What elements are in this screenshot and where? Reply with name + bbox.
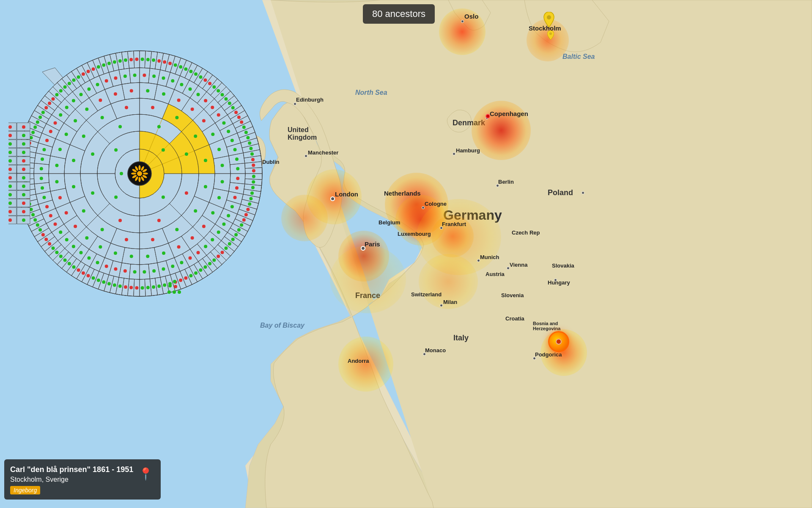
info-location: Stockholm, Sverige	[10, 476, 133, 483]
svg-point-3	[547, 15, 551, 19]
paris-dot	[361, 246, 365, 251]
info-tag: Ingeborg	[10, 486, 40, 494]
ancestors-tooltip: 80 ancestors	[363, 4, 435, 24]
info-name: Carl "den blå prinsen" 1861 - 1951	[10, 465, 133, 474]
ancestors-count: 80 ancestors	[372, 8, 425, 19]
pedigree-fan-chart[interactable]	[8, 23, 266, 294]
london-dot	[330, 196, 335, 201]
location-pin-icon: 📍	[138, 467, 153, 481]
stockholm-pin-2	[547, 30, 554, 41]
svg-point-4	[549, 33, 552, 35]
stockholm-pin	[543, 12, 555, 30]
copenhagen-dot	[486, 114, 490, 119]
info-box-text: Carl "den blå prinsen" 1861 - 1951 Stock…	[10, 465, 133, 494]
info-box: Carl "den blå prinsen" 1861 - 1951 Stock…	[4, 459, 161, 500]
bottom-pin	[548, 331, 569, 352]
